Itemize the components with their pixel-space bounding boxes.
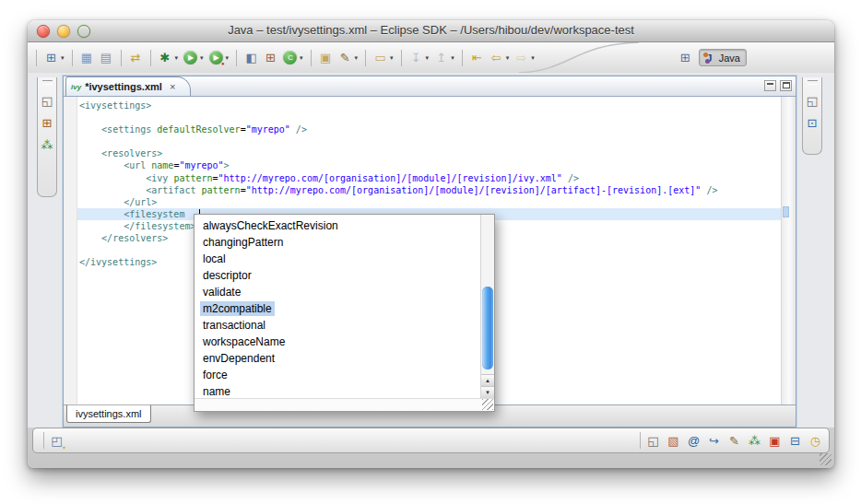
traffic-lights [37,25,90,38]
next-annotation-icon[interactable]: ↧ [408,50,424,65]
new-class-icon[interactable]: C [283,51,297,64]
editor-tab-ivysettings[interactable]: ivy *ivysettings.xml × [65,76,191,96]
print-icon[interactable]: ▤ [99,50,114,65]
content-assist-popup: alwaysCheckExactRevisionchangingPatternl… [194,214,495,412]
code-line[interactable]: <ivysettings> [77,100,782,111]
code-line[interactable]: <settings defaultResolver="myrepo" /> [77,123,782,135]
current-line-marker [783,206,789,217]
previous-annotation-icon[interactable]: ↥ [433,50,449,65]
search-icon[interactable]: ✎ [337,50,353,65]
popup-resize-grip[interactable] [482,399,493,410]
open-perspective-icon[interactable]: ⊞ [678,50,693,65]
code-line[interactable] [77,135,782,147]
toolbar-separator [365,50,366,66]
zoom-window-button[interactable] [77,25,90,38]
window-title: Java – test/ivysettings.xml – Eclipse SD… [28,20,834,41]
ivy-file-icon: ivy [71,83,81,91]
close-window-button[interactable] [37,25,50,38]
editor-vertical-scrollbar[interactable] [781,97,796,405]
completion-item-selected[interactable]: m2compatible [195,300,480,317]
search-dropdown[interactable]: ▾ [355,54,359,62]
code-line[interactable]: </url> [77,196,782,208]
open-resource-icon[interactable]: ▭ [372,50,388,65]
fast-view-bar-grip[interactable] [42,80,53,85]
external-tools-dropdown[interactable]: ▾ [226,54,230,62]
completion-item[interactable]: alwaysCheckExactRevision [195,217,480,234]
toolbar-separator [401,50,402,66]
toolbar-separator [72,50,73,66]
restore-views-icon[interactable]: ◱ [645,433,661,449]
restore-pane-icon[interactable]: ◱ [805,93,820,109]
search-view-icon[interactable]: ✎ [726,433,742,449]
main-toolbar: ⊞▾▦▤⇄✱▾▶▾▶●▾◧⊞C▾▣✎▾▭▾↧▾↥▾⇤⇦▾⇨▾ ⊞ J Java [28,42,834,74]
save-icon[interactable]: ▦ [79,50,95,65]
declaration-icon[interactable]: ↪ [706,433,722,449]
back-dropdown[interactable]: ▾ [506,54,510,62]
back-icon[interactable]: ⇦ [489,50,504,65]
javadoc-icon[interactable]: @ [686,433,702,449]
completion-item[interactable]: transactional [195,317,480,334]
scroll-down-icon[interactable]: ▼ [481,386,494,398]
minimize-window-button[interactable] [57,25,70,38]
package-explorer-icon[interactable]: ⊞ [40,115,55,131]
debug-dropdown[interactable]: ▾ [175,54,179,62]
java-perspective-label: Java [719,53,740,64]
code-line[interactable]: <ivy pattern="http://myrepo.com/[organis… [77,172,782,184]
last-edit-location-icon[interactable]: ⇤ [469,50,485,65]
title-bar[interactable]: Java – test/ivysettings.xml – Eclipse SD… [28,20,834,42]
completion-item[interactable]: force [195,367,480,383]
debug-icon[interactable]: ✱ [158,50,173,65]
open-type-icon[interactable]: ▣ [318,50,334,65]
completion-item[interactable]: changingPattern [195,234,480,251]
new-class-dropdown[interactable]: ▾ [300,54,303,62]
new-package-icon[interactable]: ⊞ [263,50,278,65]
progress-icon[interactable]: ◷ [808,433,823,449]
next-annotation-dropdown[interactable]: ▾ [426,54,430,62]
previous-annotation-dropdown[interactable]: ▾ [451,54,454,62]
outline-icon[interactable]: ⊡ [805,115,820,131]
completion-item[interactable]: envDependent [195,350,480,367]
code-line[interactable]: <artifact pattern="http://myrepo.com/[or… [77,184,782,196]
external-tools-icon[interactable]: ▶● [209,51,223,64]
new-wizard-icon[interactable]: ⊞ [43,50,59,65]
bottom-tab-ivysettings[interactable]: ivysettings.xml [66,404,151,423]
window-resize-grip[interactable] [820,453,832,465]
completion-item[interactable]: workspaceName [195,334,480,350]
new-wizard-dropdown[interactable]: ▾ [61,54,65,62]
problems-icon[interactable]: ▣ [767,433,783,449]
editor-tab-bar: ivy *ivysettings.xml × [64,76,796,97]
completion-item[interactable]: validate [195,284,480,300]
synchronize-icon[interactable]: ⁂ [747,433,762,449]
run-icon[interactable]: ▶ [183,51,197,64]
minimize-editor-button[interactable] [764,80,776,91]
java-perspective-button[interactable]: J Java [699,49,747,66]
completion-item[interactable]: descriptor [195,267,480,284]
code-line[interactable]: <url name="myrepo"> [77,159,782,171]
separator [640,432,641,449]
restore-pane-icon[interactable]: ◱ [40,93,55,109]
perspective-bar: ⊞ J Java [676,42,747,73]
new-java-project-icon[interactable]: ◧ [243,50,259,65]
completion-item[interactable]: name [195,383,480,398]
fast-view-icon[interactable]: ◰✦ [49,433,65,449]
scroll-up-icon[interactable]: ▲ [481,374,494,386]
run-dropdown[interactable]: ▾ [200,54,204,62]
type-hierarchy-icon[interactable]: ⁂ [40,137,55,153]
close-tab-icon[interactable]: × [170,81,175,92]
bottom-fast-view-bar: ◰✦ ◱▧@↪✎⁂▣⊟◷ [32,428,830,453]
fast-view-bar-grip[interactable] [808,80,818,85]
sync-icon[interactable]: ⇄ [128,50,144,65]
toolbar-separator [36,50,37,66]
completion-list: alwaysCheckExactRevisionchangingPatternl… [195,215,480,398]
code-line[interactable]: <resolvers> [77,147,782,159]
java-perspective-icon: J [702,51,716,64]
code-line[interactable] [77,111,782,123]
error-log-icon[interactable]: ▧ [666,433,681,449]
console-icon[interactable]: ⊟ [787,433,803,449]
open-resource-dropdown[interactable]: ▾ [390,54,394,62]
completion-item[interactable]: local [195,251,480,267]
popup-scrollbar[interactable]: ▲ ▼ [480,215,494,398]
maximize-editor-button[interactable] [780,80,792,91]
separator [43,432,44,449]
popup-scrollbar-thumb[interactable] [482,287,493,369]
